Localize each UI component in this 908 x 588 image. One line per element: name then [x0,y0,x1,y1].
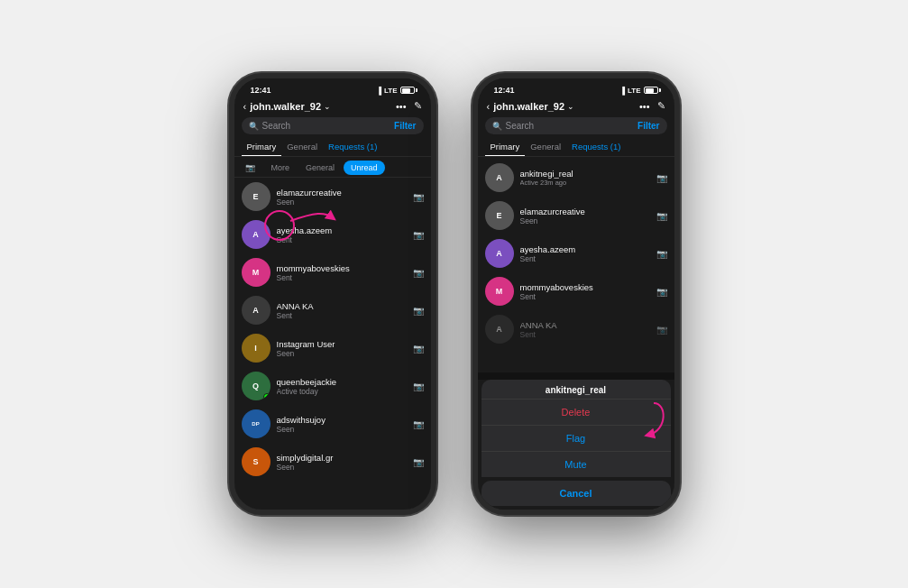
left-header-left: ‹ john.walker_92 ⌄ [243,101,332,112]
left-msg-camera-1: 📷 [413,192,424,202]
left-msg-7[interactable]: DP adswithsujoy Seen 📷 [234,405,431,443]
right-msg-camera-3: 📷 [656,249,667,259]
right-search-bar[interactable]: 🔍 Search Filter [485,117,667,134]
left-avatar-8: S [242,447,271,476]
left-chevron-icon[interactable]: ⌄ [324,102,331,111]
right-msg-preview-2: Seen [520,216,650,225]
left-screen: 12:41 ▌LTE ‹ john.walker_92 ⌄ ••• ✎ [234,78,431,510]
right-msg-camera-1: 📷 [656,173,667,183]
right-back-button[interactable]: ‹ [487,101,491,112]
left-tab-requests[interactable]: Requests (1) [323,138,382,156]
left-msg-camera-5: 📷 [413,344,424,354]
left-header-right: ••• ✎ [396,100,422,112]
right-avatar-3: A [485,239,514,268]
right-battery-fill [646,88,655,93]
left-msg-info-5: Instagram User Seen [277,339,407,358]
right-filter-button[interactable]: Filter [637,121,659,131]
left-msg-6[interactable]: Q queenbeejackie Active today 📷 [234,367,431,405]
left-subtab-camera[interactable]: 📷 [238,161,262,175]
context-delete-button[interactable]: Delete [482,399,671,425]
left-username: john.walker_92 [250,101,321,112]
left-avatar-6: Q [242,372,271,400]
left-avatar-7: DP [242,409,271,438]
right-msg-5[interactable]: A ANNA KA Sent 📷 [478,310,674,348]
right-avatar-4: M [485,277,514,306]
right-edit-icon[interactable]: ✎ [657,100,665,112]
left-status-bar: 12:41 ▌LTE [234,78,431,96]
left-avatar-4: A [242,296,271,325]
context-mute-button[interactable]: Mute [482,451,671,477]
left-msg-camera-2: 📷 [413,230,424,240]
right-tab-general[interactable]: General [525,138,566,156]
right-msg-3[interactable]: A ayesha.azeem Sent 📷 [478,234,674,272]
context-cancel-button[interactable]: Cancel [482,481,671,506]
left-subtab-unread[interactable]: Unread [344,161,385,175]
left-sub-tabs: 📷 More General Unread [234,159,431,178]
left-tabs: Primary General Requests (1) [234,138,431,157]
left-msg-info-3: mommyaboveskies Sent [277,263,407,282]
left-msg-info-6: queenbeejackie Active today [277,377,407,396]
left-msg-info-1: elamazurcreative Seen [277,188,407,207]
left-msg-name-6: queenbeejackie [277,377,407,387]
right-msg-name-2: elamazurcreative [520,207,650,216]
left-back-button[interactable]: ‹ [243,101,247,112]
right-avatar-1: A [485,163,514,192]
left-msg-name-7: adswithsujoy [277,415,407,425]
right-chevron-icon[interactable]: ⌄ [567,102,574,111]
right-msg-1[interactable]: A ankitnegi_real Active 23m ago 📷 [478,159,674,197]
right-msg-camera-4: 📷 [656,287,667,297]
left-msg-camera-4: 📷 [413,306,424,316]
context-flag-button[interactable]: Flag [482,425,671,451]
left-msg-8[interactable]: S simplydigital.gr Seen 📷 [234,443,431,481]
left-avatar-2: A [242,220,271,249]
right-msg-2[interactable]: E elamazurcreative Seen 📷 [478,197,674,234]
right-msg-preview-4: Sent [520,292,650,301]
left-battery-fill [402,88,411,93]
left-edit-icon[interactable]: ✎ [414,100,422,112]
left-filter-button[interactable]: Filter [394,121,416,131]
left-active-dot-6 [263,393,271,400]
left-msg-4[interactable]: A ANNA KA Sent 📷 [234,291,431,329]
context-menu-username: ankitnegi_real [482,380,671,399]
right-msg-preview-3: Sent [520,254,650,263]
left-msg-2[interactable]: A ayesha.azeem Sent 📷 [234,216,431,253]
left-dots-icon[interactable]: ••• [396,101,407,112]
left-msg-3[interactable]: M mommyaboveskies Sent 📷 [234,253,431,291]
right-tab-requests[interactable]: Requests (1) [566,138,626,156]
left-avatar-3: M [242,258,271,287]
right-msg-4[interactable]: M mommyaboveskies Sent 📷 [478,272,674,310]
right-msg-camera-5: 📷 [656,325,667,335]
left-subtab-more[interactable]: More [264,161,298,175]
left-time: 12:41 [251,86,271,95]
left-msg-camera-3: 📷 [413,268,424,278]
left-msg-5[interactable]: I Instagram User Seen 📷 [234,329,431,367]
right-msg-name-5: ANNA KA [520,320,650,330]
right-dots-icon[interactable]: ••• [639,101,650,112]
left-msg-info-2: ayesha.azeem Sent [277,225,407,244]
left-header: ‹ john.walker_92 ⌄ ••• ✎ [234,96,431,115]
right-msg-info-2: elamazurcreative Seen [520,207,650,225]
right-tab-primary[interactable]: Primary [485,138,526,156]
left-search-bar[interactable]: 🔍 Search Filter [242,117,424,134]
left-tab-general[interactable]: General [281,138,323,156]
left-msg-preview-6: Active today [277,387,407,396]
right-msg-info-1: ankitnegi_real Active 23m ago [520,169,650,187]
left-msg-camera-7: 📷 [413,419,424,429]
right-phone: 12:41 ▌LTE ‹ john.walker_92 ⌄ ••• ✎ [472,73,680,515]
left-msg-info-8: simplydigital.gr Seen [277,453,407,472]
left-msg-preview-8: Seen [277,463,407,472]
left-avatar-1: E [242,182,271,211]
left-msg-preview-7: Seen [277,425,407,434]
left-msg-info-4: ANNA KA Sent [277,301,407,320]
right-tabs: Primary General Requests (1) [478,138,674,157]
left-msg-preview-3: Sent [277,273,407,282]
left-search-icon: 🔍 [249,122,259,131]
right-header-left: ‹ john.walker_92 ⌄ [487,101,575,112]
left-subtab-general[interactable]: General [298,161,342,175]
left-msg-1[interactable]: E elamazurcreative Seen 📷 [234,178,431,216]
left-carrier: ▌LTE [379,87,397,95]
left-msg-name-2: ayesha.azeem [277,225,407,235]
left-tab-primary[interactable]: Primary [242,138,282,156]
left-msg-preview-2: Sent [277,235,407,244]
left-battery-icon [400,87,415,94]
